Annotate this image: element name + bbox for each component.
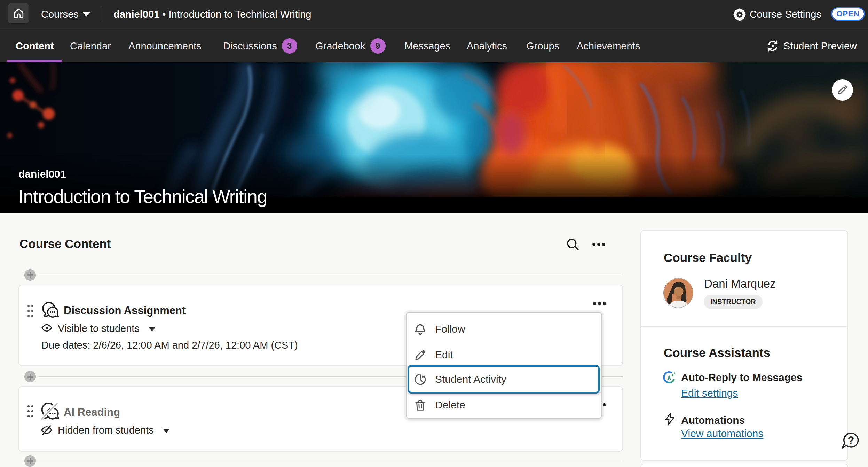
svg-text:?: ? xyxy=(848,434,854,446)
